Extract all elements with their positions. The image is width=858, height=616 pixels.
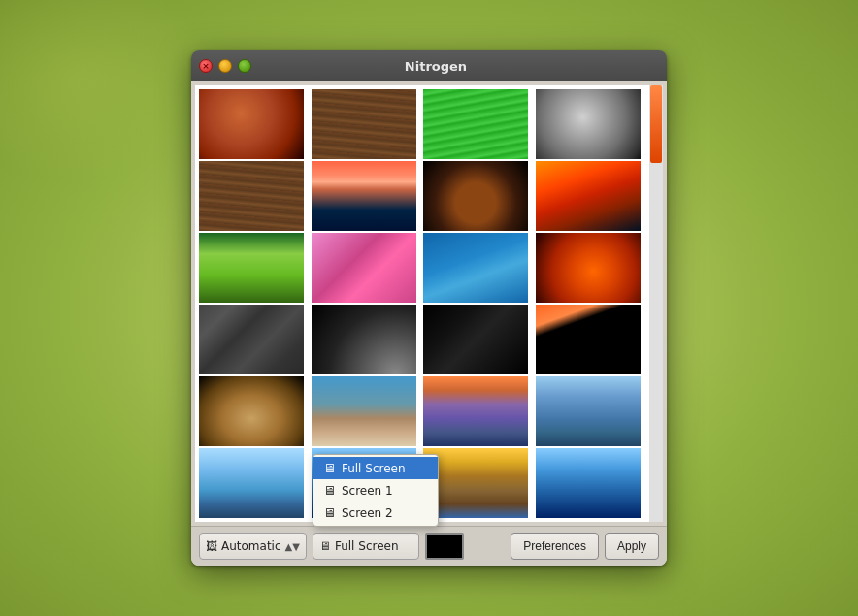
wallpaper-thumb[interactable] (199, 89, 304, 159)
minimize-button[interactable] (218, 59, 232, 73)
mode-popup-item-screen2[interactable]: 🖥 Screen 2 (314, 502, 438, 524)
monitor-screen1-icon: 🖥 (323, 483, 336, 498)
wallpaper-thumb[interactable] (423, 305, 528, 374)
mode-popup-item-fullscreen[interactable]: 🖥 Full Screen (314, 457, 438, 479)
automatic-label: Automatic (221, 539, 281, 553)
wallpaper-thumb[interactable] (312, 161, 416, 231)
wallpaper-thumb[interactable] (199, 233, 304, 303)
wallpaper-thumb[interactable] (536, 161, 641, 231)
wallpaper-thumb[interactable] (312, 376, 416, 446)
window-title: Nitrogen (257, 59, 614, 74)
wallpaper-thumb[interactable] (199, 161, 304, 231)
automatic-dropdown[interactable]: 🖼 Automatic ▲▼ (199, 533, 307, 560)
mode-dropdown[interactable]: 🖥 Full Screen (313, 533, 419, 560)
dropdown-arrow-icon: ▲▼ (285, 541, 300, 552)
mode-screen1-label: Screen 1 (342, 484, 393, 498)
monitor-screen2-icon: 🖥 (323, 505, 336, 520)
wallpaper-thumb[interactable] (423, 233, 528, 303)
maximize-button[interactable] (238, 59, 251, 73)
monitor-small-icon: 🖼 (206, 539, 217, 553)
wallpaper-thumb[interactable] (536, 233, 641, 303)
wallpaper-thumb[interactable] (423, 161, 528, 231)
toolbar: 🖼 Automatic ▲▼ 🖥 Full Screen 🖥 Full Scre… (191, 526, 667, 566)
color-button[interactable] (425, 533, 464, 560)
mode-popup: 🖥 Full Screen 🖥 Screen 1 🖥 Screen 2 (313, 454, 439, 527)
wallpaper-thumb[interactable] (199, 448, 304, 518)
wallpaper-thumb[interactable] (536, 376, 641, 446)
scrollbar[interactable] (649, 85, 663, 522)
wallpaper-thumb[interactable] (312, 305, 416, 374)
window-body: 🖼 Automatic ▲▼ 🖥 Full Screen 🖥 Full Scre… (191, 81, 667, 566)
wallpaper-thumb[interactable] (423, 376, 528, 446)
wallpaper-thumb[interactable] (536, 89, 641, 159)
mode-popup-item-screen1[interactable]: 🖥 Screen 1 (314, 479, 438, 502)
mode-label: Full Screen (335, 539, 412, 553)
apply-button[interactable]: Apply (605, 533, 659, 560)
mode-dropdown-wrapper: 🖥 Full Screen 🖥 Full Screen 🖥 Screen 1 🖥 (313, 533, 419, 560)
wallpaper-thumb[interactable] (199, 305, 304, 374)
wallpaper-thumb[interactable] (536, 448, 641, 518)
close-button[interactable]: × (199, 59, 213, 73)
wallpaper-thumb[interactable] (536, 305, 641, 374)
preferences-button[interactable]: Preferences (511, 533, 599, 560)
mode-fullscreen-label: Full Screen (342, 462, 406, 475)
wallpaper-thumb[interactable] (312, 233, 416, 303)
monitor-fullscreen-icon: 🖥 (323, 461, 336, 475)
main-window: × Nitrogen 🖼 Automatic ▲▼ 🖥 (191, 50, 667, 566)
wallpaper-thumb[interactable] (199, 376, 304, 446)
monitor-icon: 🖥 (319, 539, 331, 553)
mode-screen2-label: Screen 2 (342, 506, 393, 520)
titlebar: × Nitrogen (191, 50, 667, 81)
wallpaper-thumb[interactable] (423, 448, 528, 518)
wallpaper-thumb[interactable] (312, 89, 416, 159)
scrollbar-thumb[interactable] (650, 85, 662, 163)
wallpaper-thumb[interactable] (423, 89, 528, 159)
